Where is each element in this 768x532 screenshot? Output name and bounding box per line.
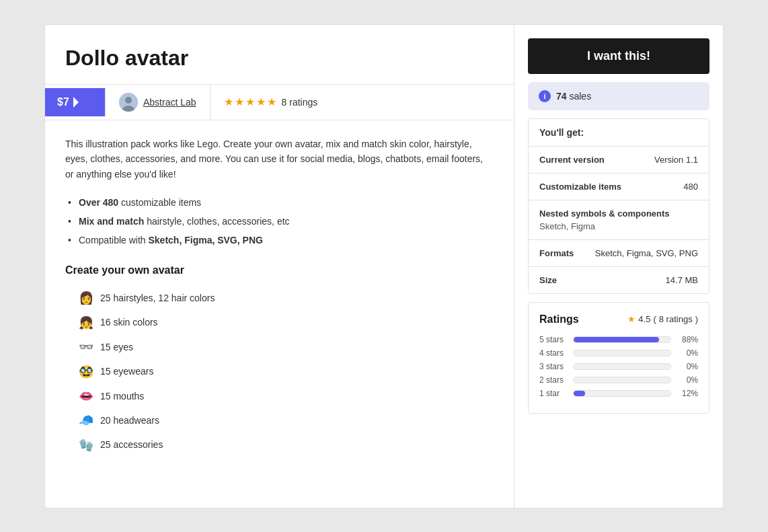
version-value: Version 1.1	[654, 155, 698, 165]
product-title: Dollo avatar	[65, 45, 494, 71]
pct-3stars: 0%	[677, 362, 698, 371]
feature-item-1: Over 480 customizable items	[65, 195, 494, 211]
avatar-list: 👩 25 hairstyles, 12 hair colors 👧 16 ski…	[65, 287, 494, 456]
avatar-item-skin: 👧 16 skin colors	[65, 312, 494, 334]
sales-text: 74 sales	[556, 91, 591, 102]
description: This illustration pack works like Lego. …	[65, 137, 494, 182]
youll-get-header: You'll get:	[529, 119, 709, 147]
avatar-item-eyes: 👓 15 eyes	[65, 336, 494, 358]
bar-bg-5stars	[573, 336, 671, 343]
pct-2stars: 0%	[677, 375, 698, 385]
star-4: ★	[256, 96, 266, 108]
bar-bg-3stars	[573, 363, 671, 370]
rating-bar-3stars: 3 stars 0%	[539, 362, 698, 371]
svg-point-1	[125, 97, 132, 104]
label-4stars: 4 stars	[539, 348, 568, 358]
product-title-area: Dollo avatar	[45, 25, 514, 85]
pct-4stars: 0%	[677, 348, 698, 358]
star-5: ★	[267, 96, 276, 108]
rating-bar-4stars: 4 stars 0%	[539, 348, 698, 358]
detail-row-symbols: Nested symbols & components Sketch, Figm…	[529, 200, 709, 240]
sales-count: 74	[556, 91, 567, 102]
info-icon: i	[539, 90, 551, 102]
emoji-eyewears: 🥸	[79, 361, 95, 383]
ratings-avg: 4.5	[638, 314, 650, 324]
meta-bar: $7 Abstract Lab ★ ★	[45, 85, 514, 120]
avatar-item-headwears: 🧢 20 headwears	[65, 410, 494, 431]
features-list: Over 480 customizable items Mix and matc…	[65, 195, 494, 248]
detail-row-size: Size 14.7 MB	[529, 267, 709, 293]
symbols-value: Sketch, Figma	[539, 221, 595, 231]
items-value: 480	[683, 182, 698, 192]
seller-avatar	[119, 93, 138, 112]
content-area: This illustration pack works like Lego. …	[45, 120, 514, 475]
rating-bar-2stars: 2 stars 0%	[539, 375, 698, 385]
emoji-mouths: 👄	[79, 385, 95, 407]
ratings-count: 8 ratings	[282, 97, 318, 108]
main-container: Dollo avatar $7 Abstract Lab	[44, 24, 724, 508]
label-1star: 1 star	[539, 389, 568, 398]
seller-link[interactable]: Abstract Lab	[106, 85, 210, 120]
emoji-skin: 👧	[79, 312, 95, 334]
seller-name: Abstract Lab	[143, 97, 196, 108]
size-value: 14.7 MB	[666, 275, 698, 285]
sales-badge: i 74 sales	[528, 82, 709, 110]
seller-avatar-icon	[119, 93, 138, 112]
ratings-title: Ratings	[539, 313, 579, 326]
stars: ★ ★ ★ ★ ★	[224, 96, 276, 108]
size-label: Size	[539, 275, 557, 285]
buy-button[interactable]: I want this!	[528, 38, 709, 74]
detail-row-version: Current version Version 1.1	[529, 147, 709, 174]
feature-item-2: Mix and match hairstyle, clothes, access…	[65, 214, 494, 230]
product-details: You'll get: Current version Version 1.1 …	[528, 118, 709, 294]
star-1: ★	[224, 96, 233, 108]
emoji-eyes: 👓	[79, 336, 95, 358]
price-label: $7	[57, 96, 69, 108]
avatar-item-eyewears: 🥸 15 eyewears	[65, 361, 494, 383]
emoji-headwears: 🧢	[79, 410, 95, 431]
star-3: ★	[245, 96, 255, 108]
left-panel: Dollo avatar $7 Abstract Lab	[45, 25, 514, 508]
detail-row-formats: Formats Sketch, Figma, SVG, PNG	[529, 240, 709, 267]
formats-label: Formats	[539, 248, 574, 258]
emoji-accessories: 🧤	[79, 434, 95, 456]
avatar-item-mouths: 👄 15 mouths	[65, 385, 494, 407]
formats-value: Sketch, Figma, SVG, PNG	[595, 248, 698, 258]
version-label: Current version	[539, 155, 605, 165]
ratings-bar: ★ ★ ★ ★ ★ 8 ratings	[210, 87, 332, 116]
ratings-summary: ★ 4.5 (8 ratings)	[627, 314, 698, 324]
bar-fill-1star	[574, 391, 585, 396]
bar-bg-2stars	[573, 377, 671, 383]
ratings-summary-count: (	[653, 314, 656, 324]
star-2: ★	[235, 96, 244, 108]
symbols-label: Nested symbols & components	[539, 208, 670, 219]
items-label: Customizable items	[539, 182, 621, 192]
sales-label: sales	[569, 91, 591, 102]
rating-bar-1star: 1 star 12%	[539, 389, 698, 398]
pct-1star: 12%	[677, 389, 698, 398]
rating-bar-5stars: 5 stars 88%	[539, 335, 698, 344]
bar-bg-1star	[573, 390, 671, 397]
emoji-hairstyles: 👩	[79, 287, 95, 309]
label-2stars: 2 stars	[539, 375, 568, 385]
detail-row-items: Customizable items 480	[529, 174, 709, 200]
bar-fill-5stars	[574, 337, 659, 342]
ratings-count-val: 8 ratings	[659, 314, 693, 324]
ratings-header: Ratings ★ 4.5 (8 ratings)	[539, 313, 698, 326]
page-wrapper: Dollo avatar $7 Abstract Lab	[0, 0, 768, 532]
ratings-section: Ratings ★ 4.5 (8 ratings) 5 stars 88%	[528, 302, 709, 414]
avatar-section-title: Create your own avatar	[65, 264, 494, 276]
summary-star-icon: ★	[627, 314, 636, 324]
label-3stars: 3 stars	[539, 362, 568, 371]
right-panel: I want this! i 74 sales You'll get: Curr…	[514, 25, 723, 508]
avatar-item-hairstyles: 👩 25 hairstyles, 12 hair colors	[65, 287, 494, 309]
bar-bg-4stars	[573, 350, 671, 356]
pct-5stars: 88%	[677, 335, 698, 344]
label-5stars: 5 stars	[539, 335, 568, 344]
feature-item-3: Compatible with Sketch, Figma, SVG, PNG	[65, 233, 494, 249]
avatar-item-accessories: 🧤 25 accessories	[65, 434, 494, 456]
price-tag: $7	[45, 88, 106, 116]
